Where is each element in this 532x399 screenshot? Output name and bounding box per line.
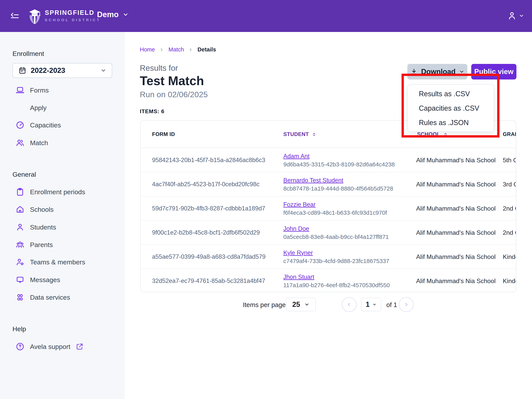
chevron-down-icon	[519, 13, 524, 19]
gauge-icon	[16, 121, 25, 129]
topbar: SPRINGFIELD SCHOOL DISTRICT Demo	[0, 0, 532, 32]
student-link[interactable]: Kyle Ryner	[283, 249, 389, 256]
column-header-form-id: FORM ID	[152, 121, 175, 148]
form-id-cell: 9f00c1e2-b2b8-45c8-bcf1-2dfb6f502d29	[152, 220, 260, 245]
sidebar-item-parents[interactable]: Parents	[16, 239, 53, 251]
form-id-cell: 59d7c791-902b-4fb3-8287-cdbbb1a189d7	[152, 196, 265, 220]
collapse-sidebar-icon[interactable]	[10, 11, 20, 21]
school-year-value: 2022-2023	[31, 66, 96, 75]
sidebar-item-enrollment-periods[interactable]: Enrollment periods	[16, 186, 85, 198]
sidebar-section-help: Help	[13, 325, 26, 333]
sort-icon	[443, 132, 448, 137]
table-row: 59d7c791-902b-4fb3-8287-cdbbb1a189d7 Foz…	[141, 196, 516, 220]
results-for-label: Results for	[140, 64, 178, 73]
user-menu[interactable]	[507, 11, 524, 21]
chevron-down-icon	[101, 68, 106, 73]
sidebar-item-label: Apply	[30, 104, 47, 112]
sidebar-item-capacities[interactable]: Capacities	[16, 119, 61, 131]
breadcrumb-home[interactable]: Home	[140, 46, 155, 53]
school-year-selector[interactable]: 2022-2023	[13, 63, 112, 78]
previous-page-button[interactable]	[342, 297, 356, 312]
chevron-down-icon	[372, 302, 377, 307]
app-root: SPRINGFIELD SCHOOL DISTRICT Demo Enrol	[0, 0, 532, 399]
breadcrumb-details: Details	[197, 46, 216, 53]
form-id-cell: 95842143-20b1-45f7-b15a-a2846ac8b6c3	[152, 148, 265, 172]
calendar-icon	[18, 66, 26, 75]
student-link[interactable]: Fozzie Bear	[283, 201, 387, 208]
student-cell: Kyle Ryner c7479af4-733b-4cfd-9d88-23fc1…	[283, 245, 389, 269]
environment-menu[interactable]: Demo	[97, 10, 129, 19]
student-link[interactable]: Bernardo Test Student	[283, 177, 393, 184]
environment-label: Demo	[97, 10, 119, 19]
sidebar-item-label: Forms	[30, 86, 49, 94]
grade-cell: Kindergarten	[503, 245, 516, 269]
sidebar-item-teams-members[interactable]: Teams & members	[16, 256, 85, 268]
help-circle-icon	[16, 342, 25, 351]
student-link[interactable]: John Doe	[283, 225, 389, 232]
download-button[interactable]: Download	[407, 64, 467, 79]
chevron-down-icon	[122, 12, 129, 18]
run-date-label: Run on 02/06/2025	[140, 90, 208, 99]
column-header-label: SCHOOL	[417, 131, 440, 137]
sort-icon	[311, 132, 317, 137]
sidebar-item-forms[interactable]: Forms	[16, 84, 49, 96]
sidebar-item-messages[interactable]: Messages	[16, 274, 60, 286]
page-count-label: of 1	[386, 301, 397, 309]
menu-item-results-csv[interactable]: Results as .CSV	[408, 87, 494, 101]
form-id-cell: a55ae577-0399-49a8-a683-cd8a7fdad579	[152, 245, 266, 269]
chevron-right-icon	[159, 48, 164, 52]
menu-item-rules-json[interactable]: Rules as .JSON	[408, 116, 494, 130]
items-per-page-label: Items per page	[243, 301, 286, 309]
data-services-icon	[16, 293, 25, 302]
people-icon	[16, 138, 25, 147]
items-per-page-value: 25	[292, 300, 300, 309]
chevron-down-icon	[459, 69, 464, 74]
form-id-cell: 32d52ea7-ec79-4761-85ab-5c3281a4bf47	[152, 269, 265, 292]
next-page-button[interactable]	[399, 297, 414, 312]
chevron-right-icon	[404, 302, 409, 307]
page-number-select[interactable]: 1	[361, 298, 381, 311]
student-link[interactable]: Adam Ant	[283, 153, 395, 160]
items-per-page-select[interactable]: 25	[286, 298, 316, 311]
table-row: 4ac7f40f-ab25-4523-b17f-0cebd20fc98c Ber…	[141, 172, 516, 196]
menu-item-capacities-csv[interactable]: Capacities as .CSV	[408, 101, 494, 116]
chevron-left-icon	[346, 302, 352, 307]
sidebar-item-label: Parents	[30, 241, 53, 249]
table-row: 95842143-20b1-45f7-b15a-a2846ac8b6c3 Ada…	[141, 148, 516, 172]
school-cell: Alif Muhammad's Nia School	[416, 245, 496, 269]
sidebar-item-label: Students	[30, 224, 56, 231]
student-cell: Fozzie Bear f6f4eca3-cd89-48c1-b633-6fc9…	[283, 196, 387, 220]
student-id: f6f4eca3-cd89-48c1-b633-6fc93d1c970f	[283, 209, 387, 216]
sidebar-item-data-services[interactable]: Data services	[16, 291, 70, 303]
group-icon	[16, 240, 25, 249]
sidebar-item-avela-support[interactable]: Avela support	[16, 341, 83, 353]
form-id-cell: 4ac7f40f-ab25-4523-b17f-0cebd20fc98c	[152, 172, 260, 196]
student-id: 8cb87478-1a19-444d-8880-4f564b5d5728	[283, 185, 393, 192]
sidebar-item-label: Schools	[30, 206, 54, 213]
clipboard-icon	[16, 187, 25, 196]
grade-cell: 2nd Grade	[503, 196, 516, 220]
breadcrumb-match[interactable]: Match	[168, 46, 184, 53]
grade-cell: 2nd Grade	[503, 220, 516, 245]
column-header-student[interactable]: STUDENT	[283, 121, 317, 148]
student-id: c7479af4-733b-4cfd-9d88-23fc18675337	[283, 258, 389, 264]
student-cell: Bernardo Test Student 8cb87478-1a19-444d…	[283, 172, 393, 196]
sidebar-item-schools[interactable]: Schools	[16, 203, 54, 215]
sidebar-item-apply[interactable]: Apply	[16, 102, 47, 114]
school-cell: Alif Muhammad's Nia School	[416, 148, 496, 172]
student-cell: Adam Ant 9d6ba435-3315-42b3-8109-82d6a64…	[283, 148, 395, 172]
sidebar-item-label: Data services	[30, 294, 70, 301]
sidebar-item-students[interactable]: Students	[16, 221, 56, 233]
grade-cell: 5th Grade	[503, 148, 516, 172]
person-gear-icon	[16, 257, 25, 266]
items-count-label: ITEMS: 6	[140, 108, 164, 115]
public-view-button[interactable]: Public view	[471, 64, 516, 79]
message-icon	[16, 275, 25, 284]
results-table: FORM ID STUDENT SCHOOL GRADE	[140, 120, 516, 292]
sidebar-item-match[interactable]: Match	[16, 137, 48, 149]
district-logo-text: SPRINGFIELD SCHOOL DISTRICT	[45, 9, 101, 22]
grade-cell: Kindergarten	[503, 269, 516, 292]
school-cell: Alif Muhammad's Nia School	[416, 196, 496, 220]
school-cell: Alif Muhammad's Nia School	[416, 172, 496, 196]
student-link[interactable]: Jhon Stuart	[283, 274, 390, 281]
